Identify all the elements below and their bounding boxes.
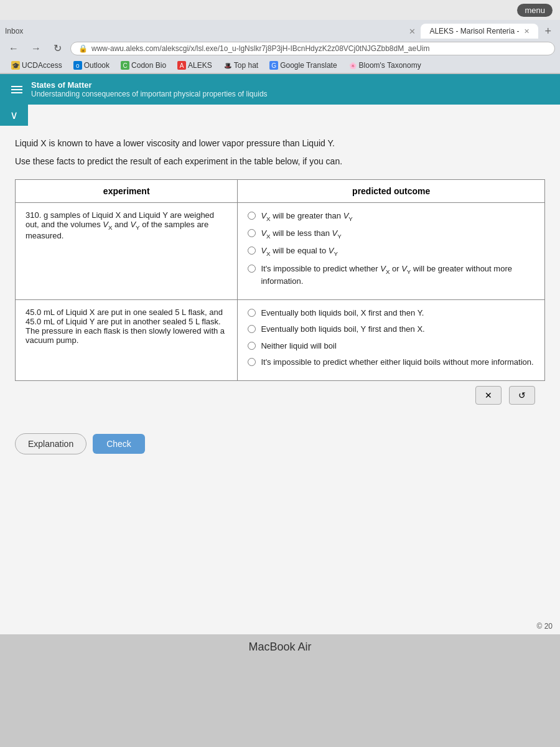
radio-r2o4[interactable]: [248, 358, 256, 366]
page-number: © 20: [536, 622, 553, 631]
bookmark-google-translate[interactable]: G Google Translate: [266, 60, 340, 71]
col-header-outcome: predicted outcome: [238, 180, 545, 203]
aleks-section-description: Understanding consequences of important …: [31, 90, 268, 98]
question-text-1: Liquid X is known to have a lower viscos…: [15, 137, 545, 150]
radio-option-r1o4[interactable]: It's impossible to predict whether VX or…: [248, 263, 534, 287]
collapse-button[interactable]: ∨: [0, 105, 28, 126]
radio-option-r2o1[interactable]: Eventually both liquids boil, X first an…: [248, 308, 534, 319]
radio-option-r2o4[interactable]: It's impossible to predict whether eithe…: [248, 357, 534, 368]
tab-close-inactive[interactable]: ✕: [409, 27, 416, 36]
bookmarks-bar: 🎓 UCDAccess o Outlook C Codon Bio A ALEK…: [0, 58, 560, 73]
radio-label-r1o3: VX will be equal to VY: [261, 245, 338, 258]
explanation-button[interactable]: Explanation: [15, 433, 86, 454]
aleks-menu-icon[interactable]: [10, 85, 24, 95]
outcome-cell-1: VX will be greater than VY VX will be le…: [238, 203, 545, 300]
question-text-2: Use these facts to predict the result of…: [15, 155, 545, 168]
experiment-table: experiment predicted outcome 310. g samp…: [15, 179, 545, 381]
bookmark-aleks[interactable]: A ALEKS: [174, 60, 216, 71]
table-row: 310. g samples of Liquid X and Liquid Y …: [16, 203, 545, 300]
address-bar[interactable]: 🔒 www-awu.aleks.com/alekscgi/x/lsl.exe/1…: [70, 42, 555, 55]
aleks-tab-label: ALEKS - Marisol Renteria -: [429, 27, 519, 35]
new-tab-button[interactable]: +: [541, 25, 555, 38]
forward-button[interactable]: →: [27, 42, 45, 55]
radio-label-r2o4: It's impossible to predict whether eithe…: [261, 357, 533, 368]
top-bar: menu: [0, 0, 560, 20]
radio-option-r2o3[interactable]: Neither liquid will boil: [248, 341, 534, 352]
action-buttons-row: ✕ ↺: [15, 381, 545, 410]
ucdaccess-label: UCDAccess: [22, 61, 62, 70]
experiment-text-1: 310. g samples of Liquid X and Liquid Y …: [26, 210, 214, 240]
radio-option-r2o2[interactable]: Eventually both liquids boil, Y first an…: [248, 324, 534, 335]
menu-button[interactable]: menu: [517, 4, 553, 17]
radio-label-r2o1: Eventually both liquids boil, X first an…: [261, 308, 424, 319]
radio-label-r2o3: Neither liquid will boil: [261, 341, 336, 352]
experiment-cell-1: 310. g samples of Liquid X and Liquid Y …: [16, 203, 238, 300]
aleks-section-title: States of Matter: [31, 80, 268, 90]
active-tab[interactable]: ALEKS - Marisol Renteria - ✕: [421, 24, 538, 39]
tab-bar: Inbox ✕ ALEKS - Marisol Renteria - ✕ +: [0, 20, 560, 39]
nav-bar: ← → ↻ 🔒 www-awu.aleks.com/alekscgi/x/lsl…: [0, 39, 560, 58]
bookmark-tophat[interactable]: 🎩 Top hat: [220, 60, 262, 71]
radio-r1o3[interactable]: [248, 247, 256, 255]
question-body: Liquid X is known to have a lower viscos…: [0, 126, 560, 421]
radio-r1o1[interactable]: [248, 212, 256, 220]
inbox-tab[interactable]: Inbox: [5, 24, 23, 39]
experiment-text-2: 45.0 mL of Liquid X are put in one seale…: [26, 308, 225, 345]
aleks-header: States of Matter Understanding consequen…: [0, 74, 560, 105]
radio-r1o2[interactable]: [248, 229, 256, 237]
google-translate-label: Google Translate: [280, 61, 337, 70]
outcome-cell-2: Eventually both liquids boil, X first an…: [238, 300, 545, 381]
reload-button[interactable]: ↻: [50, 41, 65, 55]
macbook-label: MacBook Air: [0, 634, 560, 660]
check-button[interactable]: Check: [93, 434, 145, 454]
radio-r2o3[interactable]: [248, 342, 256, 350]
bookmark-blooms[interactable]: 🌸 Bloom's Taxonomy: [345, 60, 425, 71]
browser-chrome: Inbox ✕ ALEKS - Marisol Renteria - ✕ + ←…: [0, 20, 560, 74]
outlook-icon: o: [73, 61, 82, 70]
radio-r2o2[interactable]: [248, 325, 256, 333]
codon-icon: C: [121, 61, 129, 70]
radio-r1o4[interactable]: [248, 265, 256, 273]
clear-button[interactable]: ✕: [475, 386, 502, 405]
ucdaccess-icon: 🎓: [11, 61, 20, 70]
undo-button[interactable]: ↺: [509, 386, 535, 405]
radio-option-r1o2[interactable]: VX will be less than VY: [248, 228, 534, 240]
bookmark-outlook[interactable]: o Outlook: [70, 60, 113, 71]
tophat-label: Top hat: [234, 61, 258, 70]
active-tab-close[interactable]: ✕: [524, 27, 530, 35]
blooms-icon: 🌸: [348, 61, 357, 70]
col-header-experiment: experiment: [16, 180, 238, 203]
radio-option-r1o3[interactable]: VX will be equal to VY: [248, 245, 534, 258]
table-row: 45.0 mL of Liquid X are put in one seale…: [16, 300, 545, 381]
experiment-cell-2: 45.0 mL of Liquid X are put in one seale…: [16, 300, 238, 381]
url-text: www-awu.aleks.com/alekscgi/x/lsl.exe/1o_…: [91, 44, 430, 53]
back-button[interactable]: ←: [5, 42, 22, 55]
tophat-icon: 🎩: [223, 61, 232, 70]
bookmark-codon[interactable]: C Codon Bio: [117, 60, 170, 71]
radio-option-r1o1[interactable]: VX will be greater than VY: [248, 210, 534, 223]
bookmark-ucdaccess[interactable]: 🎓 UCDAccess: [7, 60, 66, 71]
aleks-icon: A: [177, 61, 186, 70]
aleks-label: ALEKS: [188, 61, 212, 70]
outlook-label: Outlook: [84, 61, 110, 70]
content-area: States of Matter Understanding consequen…: [0, 74, 560, 634]
bottom-buttons: Explanation Check: [0, 421, 560, 467]
lock-icon: 🔒: [78, 44, 88, 53]
aleks-header-text: States of Matter Understanding consequen…: [31, 80, 268, 98]
radio-label-r1o4: It's impossible to predict whether VX or…: [261, 263, 534, 287]
radio-r2o1[interactable]: [248, 309, 256, 317]
radio-label-r2o2: Eventually both liquids boil, Y first an…: [261, 324, 424, 335]
radio-label-r1o1: VX will be greater than VY: [261, 210, 352, 223]
blooms-label: Bloom's Taxonomy: [359, 61, 421, 70]
codon-label: Codon Bio: [131, 61, 166, 70]
google-translate-icon: G: [269, 61, 278, 70]
radio-label-r1o2: VX will be less than VY: [261, 228, 341, 240]
